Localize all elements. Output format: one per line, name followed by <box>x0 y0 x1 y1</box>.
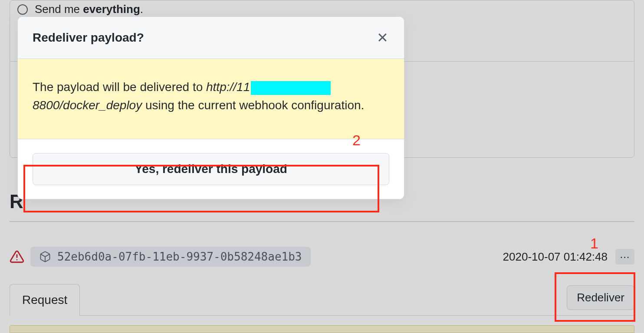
redacted-segment <box>251 81 331 95</box>
redeliver-confirmation-dialog: Redeliver payload? ✕ The payload will be… <box>17 16 404 199</box>
close-icon: ✕ <box>377 29 388 46</box>
body-suffix: using the current webhook configuration. <box>145 98 364 112</box>
body-prefix: The payload will be delivered to <box>33 80 206 94</box>
annotation-label-1: 1 <box>590 235 598 252</box>
payload-url-before: http://11 <box>206 80 250 94</box>
annotation-label-2: 2 <box>352 132 361 149</box>
dialog-actions: Yes, redeliver this payload <box>18 139 404 199</box>
payload-url-after: 8800/docker_deploy <box>33 98 142 112</box>
dialog-close-button[interactable]: ✕ <box>375 31 389 45</box>
dialog-body: The payload will be delivered to http://… <box>18 59 404 139</box>
dialog-title: Redeliver payload? <box>33 31 144 45</box>
dialog-header: Redeliver payload? ✕ <box>18 17 404 59</box>
confirm-redeliver-button[interactable]: Yes, redeliver this payload <box>33 153 389 185</box>
